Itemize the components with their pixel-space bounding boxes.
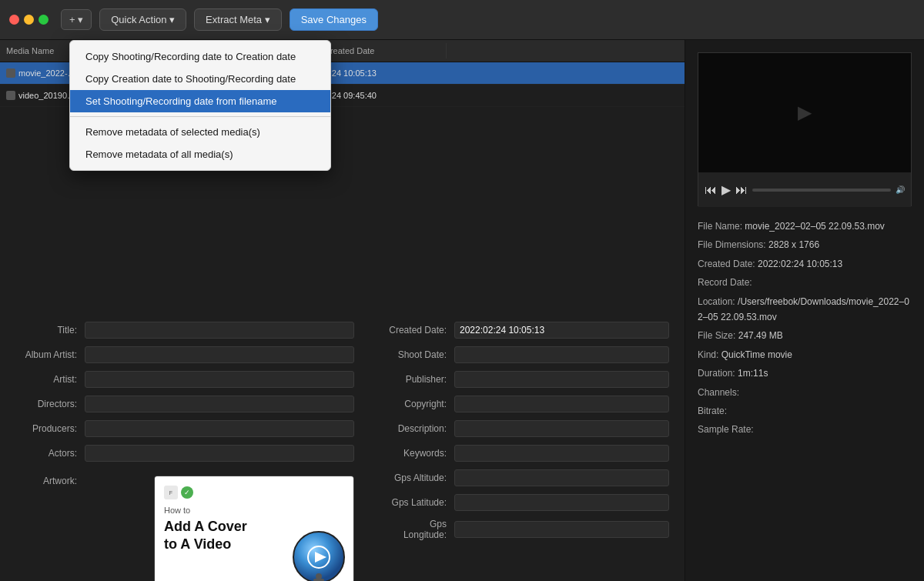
label-actors: Actors: — [15, 448, 85, 459]
label-description: Description: — [385, 423, 454, 434]
file-name-label: File Name: — [698, 221, 742, 232]
field-artist: Artist: — [15, 371, 354, 388]
label-producers: Producers: — [15, 423, 85, 434]
pause-icon[interactable]: ▶ — [721, 179, 731, 200]
quick-action-button[interactable]: Quick Action ▾ — [99, 8, 186, 31]
location-line: Location: /Users/freebok/Downloads/movie… — [698, 294, 912, 326]
artwork-main-text: Add A Coverto A Video — [164, 518, 247, 554]
sample-rate-line: Sample Rate: — [698, 422, 912, 437]
col-header-name: Media Name — [0, 43, 77, 58]
input-actors[interactable] — [85, 445, 354, 462]
video-screen: ▶ — [698, 53, 911, 172]
dropdown-divider — [70, 116, 330, 117]
dropdown-item-remove-all[interactable]: Remove metadata of all media(s) — [70, 143, 330, 165]
video-placeholder-icon: ▶ — [798, 97, 812, 129]
minimize-button[interactable] — [24, 15, 34, 25]
channels-label: Channels: — [698, 387, 739, 398]
label-gps-longitude: Gps Longitude: — [385, 519, 454, 540]
duration-value: 1m:11s — [738, 368, 768, 379]
kind-value: QuickTime movie — [721, 349, 792, 360]
label-gps-altitude: Gps Altitude: — [385, 472, 454, 483]
metadata-left-section: Title: Album Artist: Artist: Directors: … — [15, 322, 354, 581]
save-changes-button[interactable]: Save Changes — [290, 8, 378, 31]
firebook-icon: F — [164, 486, 178, 499]
extract-meta-button[interactable]: Extract Meta ▾ — [194, 8, 282, 31]
badge-icon: ✓ — [181, 486, 193, 499]
label-gps-latitude: Gps Latitude: — [385, 497, 454, 508]
right-info-panel: ▶ ⏮ ▶ ⏭ 🔊 File Name: movie_2022–02–05 22… — [685, 40, 924, 581]
artwork-content: F ✓ How to Add A Coverto A Video — [155, 476, 353, 581]
label-title: Title: — [15, 325, 85, 336]
skip-icon[interactable]: ⏭ — [735, 179, 748, 200]
field-gps-latitude: Gps Latitude: — [385, 494, 669, 511]
input-title[interactable] — [85, 322, 354, 339]
progress-bar[interactable] — [752, 189, 891, 192]
dropdown-item-copy-shoot[interactable]: Copy Shooting/Recording date to Creation… — [70, 45, 330, 68]
artwork-box[interactable]: F ✓ How to Add A Coverto A Video — [154, 476, 354, 581]
title-bar: + ▾ Quick Action ▾ Extract Meta ▾ Save C… — [0, 0, 924, 40]
metadata-panel: Title: Album Artist: Artist: Directors: … — [0, 308, 685, 581]
dropdown-item-remove-selected[interactable]: Remove metadata of selected media(s) — [70, 121, 330, 143]
input-producers[interactable] — [85, 420, 354, 437]
label-album-artist: Album Artist: — [15, 349, 85, 360]
field-gps-altitude: Gps Altitude: — [385, 469, 669, 486]
quicktime-logo — [292, 530, 346, 581]
maximize-button[interactable] — [38, 15, 49, 25]
close-button[interactable] — [9, 15, 19, 25]
field-album-artist: Album Artist: — [15, 346, 354, 363]
dimensions-value: 2828 x 1766 — [768, 239, 819, 250]
label-copyright: Copyright: — [385, 399, 454, 409]
input-gps-altitude[interactable] — [454, 469, 669, 486]
input-created-date[interactable] — [454, 322, 669, 339]
cell-name: video_20190…4 — [0, 88, 77, 102]
input-directors[interactable] — [85, 396, 354, 412]
metadata-right-section: Created Date: Shoot Date: Publisher: Cop… — [385, 322, 669, 581]
kind-line: Kind: QuickTime movie — [698, 347, 912, 362]
bitrate-label: Bitrate: — [698, 406, 727, 416]
label-artist: Artist: — [15, 374, 85, 385]
label-publisher: Publisher: — [385, 374, 454, 385]
volume-icon[interactable]: 🔊 — [896, 183, 905, 196]
created-date-label: Created Date: — [698, 259, 755, 269]
input-gps-latitude[interactable] — [454, 494, 669, 511]
artwork-how-to: How to — [164, 506, 190, 515]
label-directors: Directors: — [15, 399, 85, 409]
dimensions-line: File Dimensions: 2828 x 1766 — [698, 237, 912, 252]
file-icon — [6, 91, 15, 100]
file-name-value: movie_2022–02–05 22.09.53.mov — [745, 221, 884, 232]
size-value: 247.49 MB — [738, 330, 783, 341]
dropdown-item-copy-creation[interactable]: Copy Creation date to Shooting/Recording… — [70, 68, 330, 90]
size-line: File Size: 247.49 MB — [698, 328, 912, 343]
field-publisher: Publisher: — [385, 371, 669, 388]
location-label: Location: — [698, 296, 735, 307]
kind-label: Kind: — [698, 349, 718, 360]
label-created-date: Created Date: — [385, 325, 454, 336]
input-shoot-date[interactable] — [454, 346, 669, 363]
dropdown-item-set-filename[interactable]: Set Shooting/Recording date from filenam… — [70, 90, 330, 112]
video-controls[interactable]: ⏮ ▶ ⏭ 🔊 — [698, 172, 911, 207]
input-gps-longitude[interactable] — [454, 521, 669, 538]
created-date-value: 2022:02:24 10:05:13 — [758, 259, 842, 269]
input-album-artist[interactable] — [85, 346, 354, 363]
field-keywords: Keywords: — [385, 445, 669, 462]
input-artist[interactable] — [85, 371, 354, 388]
input-description[interactable] — [454, 420, 669, 437]
svg-point-3 — [316, 573, 322, 579]
file-name-line: File Name: movie_2022–02–05 22.09.53.mov — [698, 219, 912, 234]
field-title: Title: — [15, 322, 354, 339]
input-publisher[interactable] — [454, 371, 669, 388]
input-keywords[interactable] — [454, 445, 669, 462]
artwork-logo: F ✓ — [164, 486, 193, 499]
cell-name: movie_2022-… — [0, 66, 77, 80]
file-icon — [6, 68, 15, 78]
add-button[interactable]: + ▾ — [61, 9, 92, 30]
field-shoot-date: Shoot Date: — [385, 346, 669, 363]
duration-line: Duration: 1m:11s — [698, 366, 912, 381]
created-date-line: Created Date: 2022:02:24 10:05:13 — [698, 256, 912, 272]
field-created-date: Created Date: — [385, 322, 669, 339]
play-icon[interactable]: ⏮ — [705, 179, 717, 200]
field-gps-longitude: Gps Longitude: — [385, 519, 669, 540]
input-copyright[interactable] — [454, 396, 669, 412]
size-label: File Size: — [698, 330, 735, 341]
label-keywords: Keywords: — [385, 448, 454, 459]
